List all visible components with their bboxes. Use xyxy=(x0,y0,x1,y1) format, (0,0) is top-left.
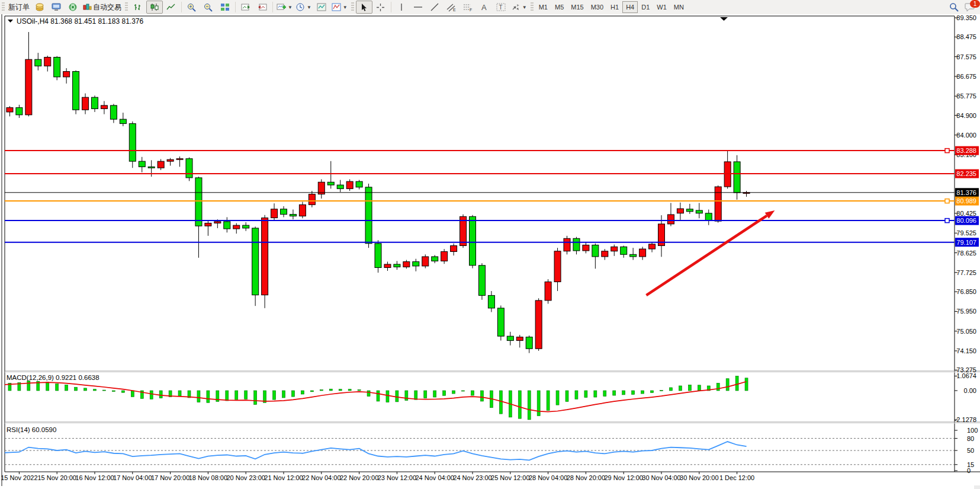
line-chart-icon[interactable] xyxy=(163,1,179,14)
bar-chart-icon[interactable] xyxy=(130,1,146,14)
indicators-button[interactable]: ▼ xyxy=(330,1,349,14)
candle-body xyxy=(7,108,13,112)
chat-button[interactable]: 1 xyxy=(965,2,975,12)
text-icon[interactable]: A xyxy=(476,1,493,14)
crosshair-icon[interactable] xyxy=(372,1,389,14)
arrange-charts-icon[interactable] xyxy=(237,1,254,14)
fibonacci-icon[interactable]: F xyxy=(460,1,476,14)
new-order-button[interactable]: 新订单 xyxy=(7,1,31,14)
timeframe-M15[interactable]: M15 xyxy=(567,1,587,13)
macd-hist-bar xyxy=(131,391,134,397)
vertical-line-icon[interactable] xyxy=(393,1,410,14)
macd-hist-bar xyxy=(405,391,408,401)
search-icon[interactable] xyxy=(949,2,959,12)
toolbar-grip[interactable] xyxy=(125,2,128,12)
candle-body xyxy=(621,247,627,254)
macd-hist-bar xyxy=(273,391,276,399)
candle-body xyxy=(667,215,674,224)
shift-chart-icon[interactable] xyxy=(254,1,271,14)
price-badge-80.989: 80.989 xyxy=(955,197,979,206)
candlestick-chart-icon[interactable] xyxy=(146,1,163,14)
timeframe-H4[interactable]: H4 xyxy=(622,1,638,13)
candle-body xyxy=(35,59,41,66)
horizontal-line-icon[interactable] xyxy=(410,1,426,14)
time-tick-label: 30 Nov 20:00 xyxy=(680,474,718,481)
macd-hist-bar xyxy=(443,391,446,395)
hline-handle[interactable] xyxy=(945,219,949,223)
macd-axis-label: -2.1278 xyxy=(955,416,976,423)
macd-hist-bar xyxy=(669,388,672,391)
candle-body xyxy=(337,185,343,188)
hline-handle[interactable] xyxy=(945,149,949,153)
period-clock-button[interactable]: ▼ xyxy=(294,1,313,14)
candle-body xyxy=(346,181,353,188)
time-tick-label: 28 Nov 20:00 xyxy=(567,474,605,481)
tile-windows-icon[interactable] xyxy=(217,1,233,14)
timeframe-MN[interactable]: MN xyxy=(670,1,687,13)
time-tick-label: 18 Nov 08:00 xyxy=(189,474,227,481)
macd-hist-bar xyxy=(27,381,30,391)
price-tick-label: 85.775 xyxy=(956,92,976,100)
candle-body xyxy=(535,301,542,349)
timeframe-D1[interactable]: D1 xyxy=(638,1,653,13)
zoom-out-icon[interactable] xyxy=(200,1,217,14)
toolbar-grip[interactable] xyxy=(351,2,354,12)
timeframe-M5[interactable]: M5 xyxy=(551,1,567,13)
price-tick-label: 89.350 xyxy=(956,14,976,21)
toolbar-grip[interactable] xyxy=(2,2,5,12)
timeframe-M30[interactable]: M30 xyxy=(587,1,607,13)
toolbar-separator xyxy=(235,2,236,12)
shapes-button[interactable]: ▼ xyxy=(509,1,529,14)
equidistant-channel-icon[interactable]: E xyxy=(443,1,460,14)
time-tick-label: 30 Nov 04:00 xyxy=(642,474,680,481)
macd-hist-bar xyxy=(641,391,644,394)
macd-hist-bar xyxy=(102,390,105,391)
macd-hist-bar xyxy=(320,390,323,391)
candle-body xyxy=(101,106,107,109)
candle-body xyxy=(413,261,419,266)
chart-template-icon[interactable] xyxy=(313,1,330,14)
zoom-in-icon[interactable] xyxy=(184,1,200,14)
time-tick-label: 17 Nov 20:00 xyxy=(151,474,189,481)
new-chart-button[interactable]: ▼ xyxy=(275,1,294,14)
macd-hist-bar xyxy=(150,391,153,399)
time-tick-label: 23 Nov 12:00 xyxy=(378,474,416,481)
candle-body xyxy=(252,228,259,295)
candle-body xyxy=(583,245,589,251)
terminal-icon[interactable] xyxy=(48,1,65,14)
macd-hist-bar xyxy=(622,391,625,395)
time-tick-label: 22 Nov 20:00 xyxy=(340,474,378,481)
macd-hist-bar xyxy=(745,378,748,391)
timeframe-M1[interactable]: M1 xyxy=(535,1,551,13)
macd-hist-bar xyxy=(594,391,597,397)
signal-icon[interactable] xyxy=(65,1,81,14)
macd-hist-bar xyxy=(65,385,68,391)
auto-trading-button[interactable]: 自动交易 xyxy=(81,1,123,14)
toolbar-grip[interactable] xyxy=(531,2,534,12)
trendline-icon[interactable] xyxy=(426,1,443,14)
chevron-down-icon: ▼ xyxy=(288,5,293,10)
candle-body xyxy=(290,215,296,216)
macd-hist-bar xyxy=(377,391,380,401)
gold-icon[interactable] xyxy=(31,1,48,14)
chart-canvas[interactable]: 89.35088.47587.57586.67585.77584.90084.0… xyxy=(0,14,980,489)
toolbar-separator xyxy=(181,2,182,12)
timeframe-H1[interactable]: H1 xyxy=(607,1,622,13)
price-tick-label: 76.850 xyxy=(956,288,976,295)
candle-body xyxy=(195,178,202,226)
macd-hist-bar xyxy=(735,376,738,391)
hline-handle[interactable] xyxy=(945,199,949,203)
macd-hist-bar xyxy=(112,391,115,391)
macd-hist-bar xyxy=(698,385,701,391)
cursor-icon[interactable] xyxy=(356,1,372,14)
macd-hist-bar xyxy=(301,391,304,394)
macd-hist-bar xyxy=(613,391,616,395)
macd-hist-bar xyxy=(197,391,200,402)
text-label-icon[interactable]: T xyxy=(493,1,509,14)
timeframe-W1[interactable]: W1 xyxy=(653,1,670,13)
macd-hist-bar xyxy=(537,391,540,416)
macd-hist-bar xyxy=(462,391,465,391)
macd-hist-bar xyxy=(94,389,97,391)
price-tick-label: 80.425 xyxy=(956,210,976,217)
candle-body xyxy=(205,223,211,226)
